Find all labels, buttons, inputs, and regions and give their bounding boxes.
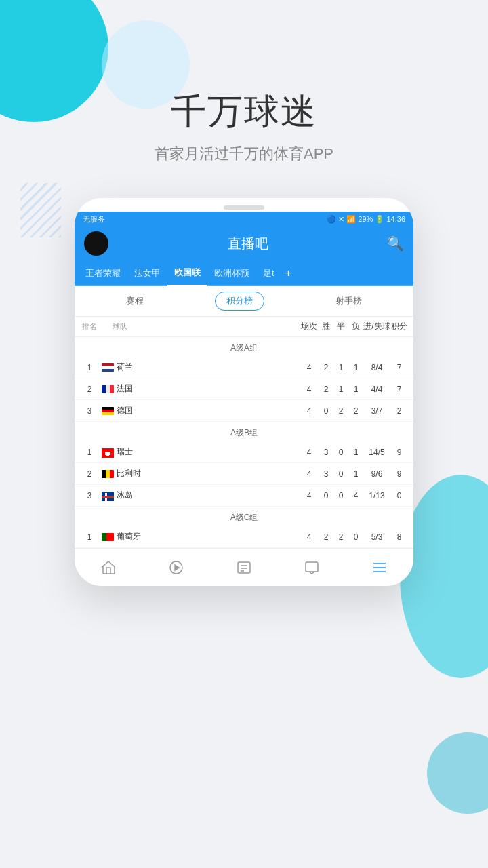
- sub-title: 首家月活过千万的体育APP: [0, 144, 488, 164]
- team-col: 冰岛: [99, 490, 300, 501]
- team-name: 葡萄牙: [117, 531, 141, 542]
- header-w: 胜: [319, 321, 333, 332]
- header-l: 负: [348, 321, 363, 332]
- nav-list[interactable]: [371, 559, 388, 576]
- group-c-header: A级C组: [75, 507, 413, 526]
- table-row[interactable]: 1 瑞士 4 3 0 1 14/5 9: [75, 441, 413, 463]
- svg-rect-14: [306, 562, 318, 572]
- bg-decoration-circle-br: [427, 732, 488, 814]
- header-section: 千万球迷 首家月活过千万的体育APP: [0, 0, 488, 164]
- search-icon[interactable]: 🔍: [387, 235, 404, 252]
- avatar[interactable]: [84, 231, 108, 256]
- team-name: 荷兰: [117, 361, 133, 373]
- team-col: 法国: [99, 383, 300, 395]
- rank: 1: [80, 532, 99, 542]
- table-row[interactable]: 1 荷兰 4 2 1 1 8/4 7: [75, 357, 413, 378]
- status-right: 🔵 ✕ 📶 29% 🔋 14:36: [327, 215, 405, 224]
- subtab-schedule[interactable]: 赛程: [115, 292, 155, 310]
- app-title: 直播吧: [228, 235, 268, 253]
- rank: 3: [80, 491, 99, 500]
- subtab-standings[interactable]: 积分榜: [215, 292, 264, 311]
- tab-ouguolian[interactable]: 欧国联: [167, 260, 207, 286]
- nav-play[interactable]: [168, 559, 184, 576]
- flag-ch: [102, 448, 114, 456]
- status-bar: 无服务 🔵 ✕ 📶 29% 🔋 14:36: [75, 212, 413, 226]
- group-a-header: A级A组: [75, 337, 413, 357]
- flag-be: [102, 470, 114, 478]
- team-name: 比利时: [117, 468, 141, 479]
- sub-tabs: 赛程 积分榜 射手榜: [75, 286, 413, 317]
- team-name: 德国: [117, 405, 133, 416]
- table-row[interactable]: 3 德国 4 0 2 2 3/7 2: [75, 400, 413, 422]
- group-b-header: A级B组: [75, 422, 413, 441]
- table-header: 排名 球队 场次 胜 平 负 进/失球 积分: [75, 317, 413, 337]
- team-col: 葡萄牙: [99, 531, 300, 542]
- bg-decoration-stripe: [20, 183, 61, 237]
- flag-fr: [102, 385, 114, 393]
- flag-nl: [102, 363, 114, 372]
- header-pts: 积分: [390, 321, 408, 332]
- svg-rect-7: [106, 493, 106, 501]
- rank: 2: [80, 469, 99, 479]
- rank: 1: [80, 448, 99, 457]
- svg-rect-2: [105, 452, 110, 455]
- flag-is: [102, 492, 114, 500]
- team-col: 荷兰: [99, 361, 300, 373]
- flag-de: [102, 407, 114, 415]
- table-row[interactable]: 2 比利时 4 3 0 1 9/6 9: [75, 463, 413, 485]
- team-name: 冰岛: [117, 490, 133, 501]
- subtab-scorers[interactable]: 射手榜: [325, 292, 373, 310]
- nav-chat[interactable]: [304, 559, 320, 576]
- team-col: 比利时: [99, 468, 300, 479]
- tab-ouzhoupbei[interactable]: 欧洲杯预: [207, 260, 256, 286]
- phone-mockup: 无服务 🔵 ✕ 📶 29% 🔋 14:36 直播吧 🔍 王者荣耀 法女甲 欧国联…: [75, 198, 413, 586]
- team-name: 法国: [117, 383, 133, 395]
- nav-tabs: 王者荣耀 法女甲 欧国联 欧洲杯预 足t +: [75, 260, 413, 286]
- app-header: 直播吧 🔍: [75, 226, 413, 260]
- header-d: 平: [333, 321, 348, 332]
- svg-rect-6: [102, 496, 114, 498]
- nav-news[interactable]: [236, 559, 252, 576]
- tab-wangzhe[interactable]: 王者荣耀: [79, 260, 127, 286]
- rank: 3: [80, 406, 99, 416]
- team-name: 瑞士: [117, 446, 133, 458]
- main-title: 千万球迷: [0, 88, 488, 136]
- phone-notch: [75, 198, 413, 212]
- tab-fanvjia[interactable]: 法女甲: [127, 260, 167, 286]
- bottom-nav: [75, 548, 413, 586]
- rank: 2: [80, 384, 99, 394]
- table-row[interactable]: 1 葡萄牙 4 2 2 0 5/3 8: [75, 526, 413, 548]
- nav-home[interactable]: [100, 559, 117, 576]
- tab-plus-icon[interactable]: +: [281, 267, 296, 279]
- svg-marker-9: [175, 565, 179, 570]
- table-row[interactable]: 3 冰岛 4 0 0 4 1/13 0: [75, 485, 413, 507]
- status-left: 无服务: [83, 214, 105, 224]
- notch-bar: [224, 205, 264, 210]
- tab-zut[interactable]: 足t: [256, 260, 281, 286]
- header-team: 球队: [99, 321, 300, 332]
- rank: 1: [80, 363, 99, 372]
- team-col: 德国: [99, 405, 300, 416]
- table-row[interactable]: 2 法国 4 2 1 1 4/4 7: [75, 378, 413, 400]
- team-col: 瑞士: [99, 446, 300, 458]
- header-played: 场次: [300, 321, 319, 332]
- flag-pt: [102, 533, 114, 541]
- header-gd: 进/失球: [363, 321, 390, 332]
- header-rank: 排名: [80, 321, 99, 332]
